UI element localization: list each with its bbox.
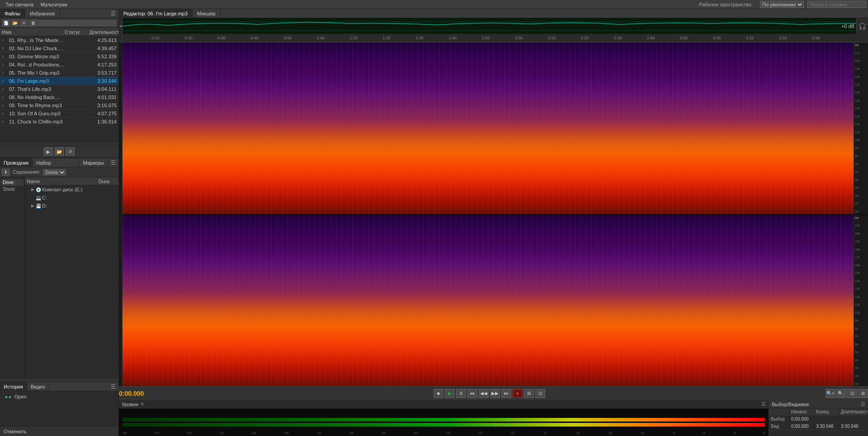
next-button[interactable]: ⏭: [501, 389, 511, 398]
file-item[interactable]: ♪ 03. Gimme Minze.mp3 5:52.339: [0, 52, 118, 61]
sel-end-2: 3:30.546: [814, 423, 839, 430]
file-item[interactable]: ♪ 09. Time to Rhyme.mp3 3:16.075: [0, 101, 118, 109]
zoom-in-btn[interactable]: 🔍+: [826, 389, 835, 398]
explorer-tree-header: Name Dura: [25, 177, 118, 185]
file-name: 06. I'm Large.mp3: [9, 78, 65, 84]
tree-item[interactable]: ▶ 💿 Компакт-диск (E:): [25, 185, 118, 194]
explorer-sidebar: Drive: Shorb: [0, 177, 25, 378]
file-item[interactable]: ♪ 07. That's Life.mp3 3:04.111: [0, 85, 118, 93]
tab-files[interactable]: Файлы: [0, 9, 25, 18]
tab-mixer[interactable]: Микшер: [193, 9, 221, 18]
tab-history[interactable]: История: [0, 382, 27, 391]
files-loop-btn[interactable]: ↺: [66, 147, 75, 156]
tree-name: Компакт-диск (E:): [42, 187, 117, 192]
file-item[interactable]: ♪ 01. Rhy...Is The Master.mp3 4:25.613: [0, 36, 118, 44]
db-marker: -51: [219, 431, 224, 435]
tab-markers[interactable]: Маркеры: [79, 158, 108, 167]
ruler-marker: 3:00: [713, 36, 721, 40]
freq-label: 20k: [855, 59, 867, 62]
tab-video[interactable]: Видео: [27, 382, 49, 391]
tree-item[interactable]: ▶ 💾 D:: [25, 202, 118, 210]
stop-button[interactable]: ■: [434, 389, 443, 398]
explorer-scrollbar[interactable]: [0, 378, 118, 382]
rewind-button[interactable]: ◀◀: [479, 389, 489, 398]
sidebar-item-short[interactable]: Shorb: [1, 186, 24, 193]
freq-label: 6k: [855, 343, 867, 346]
file-item[interactable]: ♪ 10. Son Of A Guru.mp3 4:07.275: [0, 109, 118, 118]
selection-grid-header: Начало Конец Длительность: [769, 408, 868, 416]
tab-favorites[interactable]: Избранное: [25, 9, 60, 18]
sidebar-item-drives[interactable]: Drive:: [1, 179, 24, 186]
freq-label: 13k: [855, 287, 867, 290]
file-name: 03. Gimme Minze.mp3: [9, 54, 65, 59]
history-panel-menu[interactable]: ☰: [108, 384, 118, 390]
files-open-btn[interactable]: 📂: [55, 147, 64, 156]
col-status-header: Статус: [65, 29, 90, 35]
ruler-marker: 2:10: [548, 36, 556, 40]
overview-waveform[interactable]: +0 dB: [123, 18, 856, 34]
files-btn-new[interactable]: 📄: [2, 19, 10, 27]
menu-multitrack[interactable]: Мультитрек: [37, 2, 71, 7]
prev-button[interactable]: ⏮: [467, 389, 477, 398]
levels-close-btn[interactable]: ✕: [140, 401, 144, 407]
workspace-select[interactable]: По умолчанию: [760, 1, 804, 8]
tab-explorer[interactable]: Проводник: [0, 158, 33, 167]
file-item[interactable]: ♪ 08. No Holding Back.mp3 4:01.031: [0, 93, 118, 101]
tab-effects[interactable]: Набор эффектов: [33, 158, 79, 167]
tree-item[interactable]: 💻 C:: [25, 194, 118, 202]
file-icon: ♪: [2, 95, 8, 100]
zoom-full-btn[interactable]: ⊞: [858, 389, 868, 398]
freq-label: 11k: [855, 303, 867, 306]
files-search[interactable]: [38, 20, 117, 26]
file-duration: 4:25.613: [90, 38, 117, 43]
top-menubar: Тип сигнала Мультитрек Рабочее пространс…: [0, 0, 868, 9]
ruler-marker: 3:10: [746, 36, 754, 40]
file-item[interactable]: ♪ 02. No DJ Like Chuck.mp3 4:39.457: [0, 44, 118, 52]
files-play-btn[interactable]: ▶: [44, 147, 53, 156]
waveform-area: ◄ +0 dB 🎧: [119, 18, 868, 400]
spectrogram-channel-2[interactable]: [123, 214, 854, 387]
record-button[interactable]: ●: [513, 389, 523, 398]
files-panel-menu-icon[interactable]: ☰: [108, 10, 118, 17]
menu-signal-type[interactable]: Тип сигнала: [2, 2, 37, 7]
file-item[interactable]: ♪ 05. The Mic I Grip.mp3 3:53.717: [0, 69, 118, 77]
headphone-btn[interactable]: 🎧: [856, 18, 868, 34]
levels-menu-icon[interactable]: ☰: [761, 401, 766, 407]
ruler-content[interactable]: 0:100:200:300:400:501:001:101:201:301:40…: [123, 34, 856, 41]
db-marker: -45: [283, 431, 289, 435]
files-btn-delete[interactable]: 🗑: [29, 19, 37, 27]
freq-label: 8k: [855, 327, 867, 330]
play-button[interactable]: ▶: [445, 389, 455, 398]
loop-button[interactable]: ⊞: [524, 389, 534, 398]
file-name: 09. Time to Rhyme.mp3: [9, 103, 65, 108]
overview-collapse-btn[interactable]: ◄: [119, 18, 123, 34]
tab-editor[interactable]: Редактор: 06. I'm Large.mp3: [119, 9, 193, 18]
freq-label: 4k: [855, 359, 867, 362]
ruler-marker: 0:10: [151, 36, 160, 40]
db-marker: -3: [732, 431, 736, 435]
db-marker: -30: [445, 431, 451, 435]
file-item[interactable]: ♪ 06. I'm Large.mp3 3:30.546: [0, 77, 118, 85]
spectrogram-channel-1[interactable]: [123, 43, 854, 214]
file-item[interactable]: ♪ 11. Chuck Is Chillin.mp3 1:36.914: [0, 118, 118, 126]
file-item[interactable]: ♪ 04. Rol...d Productions.mp3 4:17.253: [0, 61, 118, 69]
selection-menu-icon[interactable]: ☰: [861, 401, 865, 407]
spec-svg-1: [123, 43, 854, 214]
explorer-tabs: Проводник Набор эффектов Маркеры ☰: [0, 158, 118, 167]
output-button[interactable]: ⊡: [535, 389, 545, 398]
freq-label: 3k: [855, 194, 867, 197]
files-scrollbar[interactable]: [0, 142, 118, 145]
svg-rect-0: [123, 18, 856, 34]
pause-button[interactable]: ⏸: [456, 389, 466, 398]
explorer-btn-up[interactable]: ⬆: [2, 169, 10, 176]
files-btn-open[interactable]: 📂: [11, 19, 19, 27]
files-btn-close[interactable]: ✕: [20, 19, 28, 27]
search-input[interactable]: [807, 1, 866, 8]
forward-button[interactable]: ▶▶: [490, 389, 500, 398]
zoom-out-btn[interactable]: 🔍-: [836, 389, 846, 398]
zoom-fit-btn[interactable]: ⊡: [847, 389, 857, 398]
db-marker: -42: [316, 431, 321, 435]
explorer-panel-menu[interactable]: ☰: [108, 160, 118, 166]
undo-button[interactable]: Отменить: [0, 426, 118, 436]
explorer-content-select[interactable]: Drives: [43, 169, 66, 175]
